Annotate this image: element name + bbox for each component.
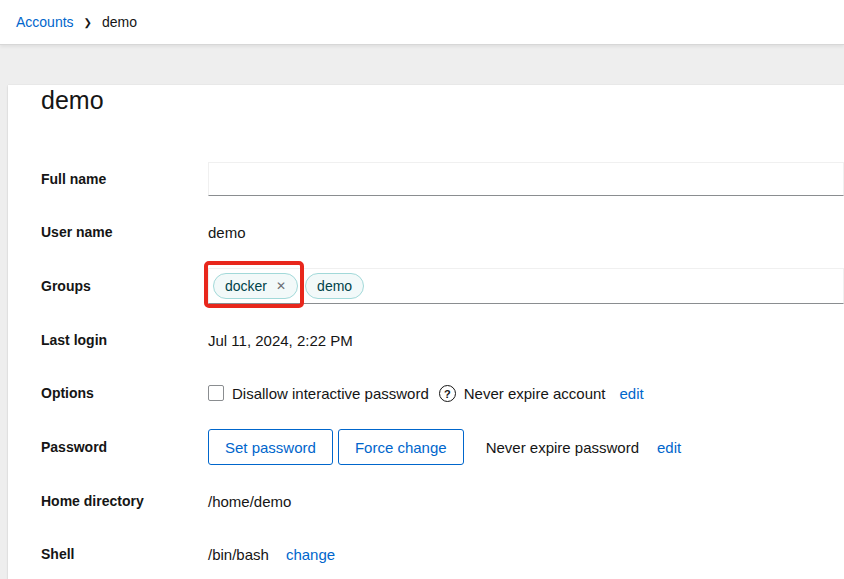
chevron-right-icon: ❯ (84, 17, 92, 28)
force-change-button[interactable]: Force change (338, 429, 464, 465)
groups-input[interactable]: docker ✕ demo (208, 268, 844, 304)
group-chip-demo-label: demo (317, 278, 352, 294)
help-question-icon[interactable]: ? (439, 385, 456, 402)
change-shell-link[interactable]: change (286, 546, 335, 563)
breadcrumb: Accounts ❯ demo (16, 14, 137, 30)
row-options: Options Disallow interactive password ? … (41, 376, 844, 410)
edit-account-expiry-link[interactable]: edit (620, 385, 644, 402)
row-shell: Shell /bin/bash change (41, 537, 844, 571)
content-area: demo Full name User name demo Groups (0, 45, 844, 579)
full-name-input[interactable] (208, 162, 844, 196)
docker-chip-wrapper: docker ✕ (213, 273, 298, 299)
disallow-interactive-password-label: Disallow interactive password (232, 385, 429, 402)
last-login-label: Last login (41, 323, 208, 357)
breadcrumb-accounts-link[interactable]: Accounts (16, 14, 74, 30)
shell-value: /bin/bash (208, 546, 269, 563)
page-title: demo (41, 85, 844, 116)
edit-password-expiry-link[interactable]: edit (657, 439, 681, 456)
never-expire-account-text: Never expire account (464, 385, 606, 402)
group-chip-docker[interactable]: docker ✕ (213, 273, 298, 299)
groups-label: Groups (41, 268, 208, 304)
set-password-button[interactable]: Set password (208, 429, 333, 465)
options-label: Options (41, 376, 208, 410)
row-last-login: Last login Jul 11, 2024, 2:22 PM (41, 323, 844, 357)
row-full-name: Full name (41, 162, 844, 196)
user-name-value: demo (208, 224, 246, 241)
shell-label: Shell (41, 537, 208, 571)
row-home-directory: Home directory /home/demo (41, 484, 844, 518)
disallow-interactive-password-checkbox[interactable] (208, 385, 224, 401)
full-name-label: Full name (41, 162, 208, 196)
breadcrumb-current-page: demo (102, 14, 137, 30)
password-label: Password (41, 429, 208, 465)
row-groups: Groups docker ✕ demo (41, 268, 844, 304)
row-password: Password Set password Force change Never… (41, 429, 844, 465)
group-chip-demo[interactable]: demo (305, 273, 364, 299)
account-details-card: demo Full name User name demo Groups (8, 85, 844, 579)
row-user-name: User name demo (41, 215, 844, 249)
account-form: Full name User name demo Groups (41, 162, 844, 571)
home-directory-value: /home/demo (208, 493, 291, 510)
breadcrumb-bar: Accounts ❯ demo (0, 0, 844, 45)
last-login-value: Jul 11, 2024, 2:22 PM (208, 332, 353, 349)
remove-docker-group-icon[interactable]: ✕ (276, 280, 286, 292)
home-directory-label: Home directory (41, 484, 208, 518)
screen: Accounts ❯ demo demo Full name User name… (0, 0, 844, 579)
group-chip-docker-label: docker (225, 278, 267, 294)
user-name-label: User name (41, 215, 208, 249)
never-expire-password-text: Never expire password (486, 439, 639, 456)
